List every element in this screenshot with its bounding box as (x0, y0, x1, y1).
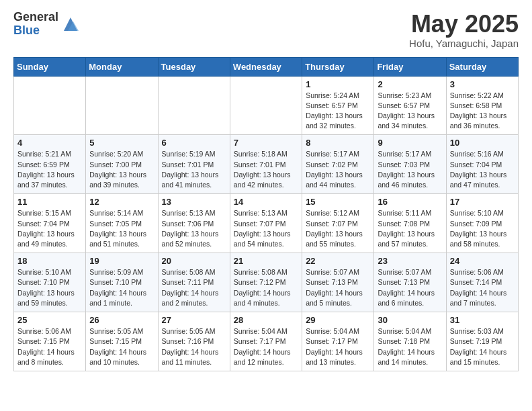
day-info: Sunrise: 5:06 AM Sunset: 7:14 PM Dayligh… (450, 267, 515, 308)
table-row: 17Sunrise: 5:10 AM Sunset: 7:09 PM Dayli… (446, 194, 518, 253)
day-info: Sunrise: 5:23 AM Sunset: 6:57 PM Dayligh… (378, 91, 442, 132)
day-info: Sunrise: 5:10 AM Sunset: 7:09 PM Dayligh… (450, 208, 515, 249)
table-row: 14Sunrise: 5:13 AM Sunset: 7:07 PM Dayli… (230, 194, 302, 253)
day-number: 5 (89, 138, 154, 148)
table-row (14, 76, 86, 135)
header-saturday: Saturday (446, 57, 518, 76)
table-row (158, 76, 230, 135)
table-row: 26Sunrise: 5:05 AM Sunset: 7:15 PM Dayli… (86, 312, 158, 371)
table-row: 29Sunrise: 5:04 AM Sunset: 7:17 PM Dayli… (302, 312, 374, 371)
table-row: 1Sunrise: 5:24 AM Sunset: 6:57 PM Daylig… (302, 76, 374, 135)
table-row: 18Sunrise: 5:10 AM Sunset: 7:10 PM Dayli… (14, 253, 86, 312)
header-tuesday: Tuesday (158, 57, 230, 76)
calendar-row: 25Sunrise: 5:06 AM Sunset: 7:15 PM Dayli… (14, 312, 519, 371)
table-row: 6Sunrise: 5:19 AM Sunset: 7:01 PM Daylig… (158, 135, 230, 194)
header-sunday: Sunday (14, 57, 86, 76)
day-number: 28 (234, 315, 298, 325)
table-row: 30Sunrise: 5:04 AM Sunset: 7:18 PM Dayli… (374, 312, 446, 371)
table-row: 11Sunrise: 5:15 AM Sunset: 7:04 PM Dayli… (14, 194, 86, 253)
table-row: 16Sunrise: 5:11 AM Sunset: 7:08 PM Dayli… (374, 194, 446, 253)
day-number: 8 (306, 138, 370, 148)
calendar-title: May 2025 (409, 11, 519, 38)
table-row: 10Sunrise: 5:16 AM Sunset: 7:04 PM Dayli… (446, 135, 518, 194)
day-info: Sunrise: 5:04 AM Sunset: 7:17 PM Dayligh… (234, 326, 298, 367)
day-info: Sunrise: 5:13 AM Sunset: 7:06 PM Dayligh… (162, 208, 226, 249)
table-row: 3Sunrise: 5:22 AM Sunset: 6:58 PM Daylig… (446, 76, 518, 135)
day-info: Sunrise: 5:19 AM Sunset: 7:01 PM Dayligh… (162, 149, 226, 190)
day-info: Sunrise: 5:12 AM Sunset: 7:07 PM Dayligh… (306, 208, 370, 249)
day-number: 18 (17, 256, 82, 266)
table-row: 25Sunrise: 5:06 AM Sunset: 7:15 PM Dayli… (14, 312, 86, 371)
day-number: 21 (234, 256, 298, 266)
day-number: 23 (378, 256, 442, 266)
day-number: 4 (17, 138, 82, 148)
day-number: 20 (162, 256, 226, 266)
day-info: Sunrise: 5:20 AM Sunset: 7:00 PM Dayligh… (89, 149, 154, 190)
day-info: Sunrise: 5:24 AM Sunset: 6:57 PM Dayligh… (306, 91, 370, 132)
day-number: 26 (89, 315, 154, 325)
day-info: Sunrise: 5:05 AM Sunset: 7:15 PM Dayligh… (89, 326, 154, 367)
day-info: Sunrise: 5:22 AM Sunset: 6:58 PM Dayligh… (450, 91, 515, 132)
day-info: Sunrise: 5:17 AM Sunset: 7:03 PM Dayligh… (378, 149, 442, 190)
calendar-subtitle: Hofu, Yamaguchi, Japan (409, 38, 519, 49)
table-row: 2Sunrise: 5:23 AM Sunset: 6:57 PM Daylig… (374, 76, 446, 135)
day-info: Sunrise: 5:08 AM Sunset: 7:12 PM Dayligh… (234, 267, 298, 308)
day-number: 3 (450, 79, 515, 89)
day-info: Sunrise: 5:03 AM Sunset: 7:19 PM Dayligh… (450, 326, 515, 367)
day-number: 7 (234, 138, 298, 148)
table-row: 5Sunrise: 5:20 AM Sunset: 7:00 PM Daylig… (86, 135, 158, 194)
table-row: 27Sunrise: 5:05 AM Sunset: 7:16 PM Dayli… (158, 312, 230, 371)
table-row: 13Sunrise: 5:13 AM Sunset: 7:06 PM Dayli… (158, 194, 230, 253)
header-monday: Monday (86, 57, 158, 76)
calendar-row: 1Sunrise: 5:24 AM Sunset: 6:57 PM Daylig… (14, 76, 519, 135)
day-info: Sunrise: 5:04 AM Sunset: 7:17 PM Dayligh… (306, 326, 370, 367)
table-row: 31Sunrise: 5:03 AM Sunset: 7:19 PM Dayli… (446, 312, 518, 371)
day-number: 15 (306, 197, 370, 207)
day-number: 25 (17, 315, 82, 325)
calendar-row: 4Sunrise: 5:21 AM Sunset: 6:59 PM Daylig… (14, 135, 519, 194)
day-info: Sunrise: 5:08 AM Sunset: 7:11 PM Dayligh… (162, 267, 226, 308)
day-number: 22 (306, 256, 370, 266)
table-row: 28Sunrise: 5:04 AM Sunset: 7:17 PM Dayli… (230, 312, 302, 371)
day-info: Sunrise: 5:11 AM Sunset: 7:08 PM Dayligh… (378, 208, 442, 249)
day-number: 31 (450, 315, 515, 325)
day-number: 13 (162, 197, 226, 207)
logo-general: General (13, 11, 58, 24)
table-row: 15Sunrise: 5:12 AM Sunset: 7:07 PM Dayli… (302, 194, 374, 253)
title-area: May 2025 Hofu, Yamaguchi, Japan (409, 11, 519, 49)
day-info: Sunrise: 5:14 AM Sunset: 7:05 PM Dayligh… (89, 208, 154, 249)
day-info: Sunrise: 5:07 AM Sunset: 7:13 PM Dayligh… (306, 267, 370, 308)
table-row: 19Sunrise: 5:09 AM Sunset: 7:10 PM Dayli… (86, 253, 158, 312)
table-row: 9Sunrise: 5:17 AM Sunset: 7:03 PM Daylig… (374, 135, 446, 194)
table-row: 8Sunrise: 5:17 AM Sunset: 7:02 PM Daylig… (302, 135, 374, 194)
header-thursday: Thursday (302, 57, 374, 76)
day-info: Sunrise: 5:18 AM Sunset: 7:01 PM Dayligh… (234, 149, 298, 190)
day-number: 27 (162, 315, 226, 325)
day-info: Sunrise: 5:06 AM Sunset: 7:15 PM Dayligh… (17, 326, 82, 367)
day-number: 12 (89, 197, 154, 207)
day-number: 30 (378, 315, 442, 325)
day-info: Sunrise: 5:13 AM Sunset: 7:07 PM Dayligh… (234, 208, 298, 249)
day-info: Sunrise: 5:10 AM Sunset: 7:10 PM Dayligh… (17, 267, 82, 308)
header: General Blue May 2025 Hofu, Yamaguchi, J… (13, 11, 519, 49)
header-wednesday: Wednesday (230, 57, 302, 76)
day-info: Sunrise: 5:07 AM Sunset: 7:13 PM Dayligh… (378, 267, 442, 308)
day-number: 6 (162, 138, 226, 148)
day-number: 11 (17, 197, 82, 207)
table-row: 7Sunrise: 5:18 AM Sunset: 7:01 PM Daylig… (230, 135, 302, 194)
table-row: 21Sunrise: 5:08 AM Sunset: 7:12 PM Dayli… (230, 253, 302, 312)
logo-blue: Blue (13, 24, 58, 38)
logo-text: General Blue (13, 11, 58, 38)
calendar-row: 11Sunrise: 5:15 AM Sunset: 7:04 PM Dayli… (14, 194, 519, 253)
table-row (86, 76, 158, 135)
header-friday: Friday (374, 57, 446, 76)
day-number: 24 (450, 256, 515, 266)
logo: General Blue (13, 11, 80, 38)
day-number: 17 (450, 197, 515, 207)
table-row: 23Sunrise: 5:07 AM Sunset: 7:13 PM Dayli… (374, 253, 446, 312)
day-info: Sunrise: 5:17 AM Sunset: 7:02 PM Dayligh… (306, 149, 370, 190)
page: General Blue May 2025 Hofu, Yamaguchi, J… (0, 0, 532, 382)
day-info: Sunrise: 5:21 AM Sunset: 6:59 PM Dayligh… (17, 149, 82, 190)
day-number: 16 (378, 197, 442, 207)
day-info: Sunrise: 5:16 AM Sunset: 7:04 PM Dayligh… (450, 149, 515, 190)
